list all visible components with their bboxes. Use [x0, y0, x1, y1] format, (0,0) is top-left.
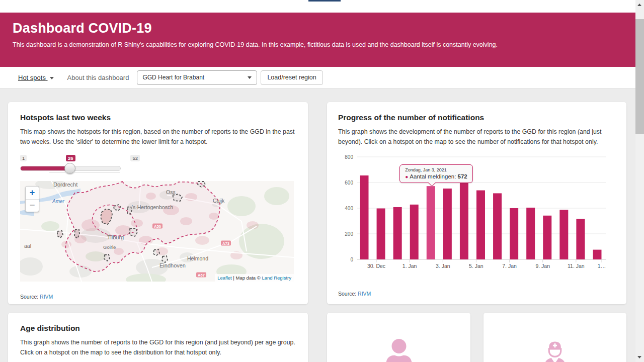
page-subtitle: This dashboard is a demonstration of R S… [13, 41, 623, 48]
svg-text:Helmond: Helmond [187, 255, 208, 261]
top-progress-bar [308, 0, 341, 2]
scroll-down-icon[interactable] [637, 356, 641, 358]
svg-text:30. Dec: 30. Dec [367, 263, 385, 269]
map-source: Source: RIVM [20, 294, 296, 300]
tooltip-value-row: ●Aantal meldingen: 572 [405, 173, 467, 179]
svg-text:A50: A50 [154, 224, 161, 229]
nurse-icon [540, 339, 570, 362]
land-registry-link[interactable]: Land Registry [262, 275, 291, 281]
chart-source: Source: RIVM [338, 291, 615, 297]
select-caret-icon [248, 76, 252, 79]
svg-text:aal: aal [24, 243, 31, 249]
svg-text:Oss: Oss [166, 189, 176, 195]
svg-text:9. Jan: 9. Jan [535, 263, 550, 269]
age-distribution-panel: Age distribution This graph shows the nu… [8, 313, 308, 362]
bar-chart-canvas: 020040060080030. Dec1. Jan3. Jan5. Jan7.… [338, 152, 615, 277]
leaflet-link[interactable]: Leaflet [217, 275, 232, 281]
svg-text:3. Jan: 3. Jan [436, 263, 450, 269]
svg-text:800: 800 [345, 154, 353, 160]
svg-text:11. Jan: 11. Jan [568, 263, 585, 269]
tooltip-value: 572 [458, 173, 467, 179]
vertical-scrollbar[interactable] [635, 0, 644, 362]
slider-value-badge: 26 [66, 155, 75, 161]
nav-hot-spots[interactable]: Hot spots [18, 74, 54, 81]
svg-text:Amer: Amer [52, 199, 65, 204]
zoom-out-button[interactable]: − [26, 200, 39, 212]
map-zoom-control: + − [25, 186, 39, 212]
hotspot-threshold-slider: 1 26 52 [20, 155, 121, 177]
svg-text:A67: A67 [198, 273, 205, 278]
top-strip [0, 0, 635, 13]
nav-about-dashboard[interactable]: About this dashboard [67, 74, 129, 81]
map-canvas: DordrechtOssCuijk's-HertogenboschTilburg… [20, 181, 294, 282]
rivm-link[interactable]: RIVM [358, 291, 371, 297]
map-attribution: Leaflet | Map data © Land Registry [215, 274, 294, 282]
scrollbar-thumb[interactable] [635, 19, 644, 134]
dashboard-page: Dashboard COVID-19 This dashboard is a d… [0, 0, 644, 362]
page-title: Dashboard COVID-19 [13, 21, 623, 36]
notifications-chart[interactable]: 020040060080030. Dec1. Jan3. Jan5. Jan7.… [338, 152, 615, 279]
svg-text:5. Jan: 5. Jan [469, 263, 484, 269]
progress-title: Progress of the number of notifications [338, 113, 615, 122]
zoom-in-button[interactable]: + [26, 187, 39, 200]
slider-underline [49, 172, 120, 172]
svg-text:7. Jan: 7. Jan [502, 263, 517, 269]
slider-min-label: 1 [20, 155, 27, 161]
load-reset-region-button[interactable]: Load/reset region [261, 70, 323, 85]
tooltip-date: Zondag, Jan 3, 2021 [405, 167, 467, 172]
region-select[interactable]: GGD Heart for Brabant [137, 70, 257, 85]
svg-text:Eindhoven: Eindhoven [159, 262, 186, 268]
hotspots-map[interactable]: DordrechtOssCuijk's-HertogenboschTilburg… [20, 181, 294, 282]
age-description: This graph shows the number of reports t… [20, 338, 296, 357]
svg-text:A73: A73 [222, 241, 229, 246]
slider-fill [21, 166, 69, 170]
svg-text:400: 400 [345, 206, 353, 211]
svg-text:'s-Hertogenbosch: 's-Hertogenbosch [132, 204, 173, 210]
svg-text:Goirle: Goirle [103, 244, 116, 250]
svg-text:Dordrecht: Dordrecht [53, 182, 77, 188]
care-card [484, 313, 626, 362]
slider-max-label: 52 [130, 155, 140, 161]
svg-text:200: 200 [345, 231, 353, 237]
series-dot-icon: ● [405, 174, 408, 179]
chevron-down-icon [50, 77, 54, 79]
svg-text:Cuijk: Cuijk [213, 198, 225, 204]
patients-card [327, 313, 470, 362]
user-icon [384, 339, 414, 362]
hotspots-panel: Hotspots last two weeks This map shows t… [8, 102, 308, 304]
navbar: Hot spots About this dashboard GGD Heart… [0, 67, 635, 88]
page-header: Dashboard COVID-19 This dashboard is a d… [0, 13, 635, 67]
chart-tooltip: Zondag, Jan 3, 2021 ●Aantal meldingen: 5… [399, 164, 473, 183]
hotspots-title: Hotspots last two weeks [20, 113, 296, 122]
svg-text:1. Jan: 1. Jan [403, 263, 417, 269]
attribution-text: | Map data © [232, 275, 262, 281]
progress-panel: Progress of the number of notifications … [327, 102, 626, 304]
svg-text:0: 0 [350, 257, 353, 262]
region-select-value: GGD Heart for Brabant [142, 74, 204, 81]
age-title: Age distribution [20, 324, 296, 333]
svg-text:Tilburg: Tilburg [107, 234, 124, 240]
scroll-up-icon[interactable] [637, 4, 641, 6]
svg-text:600: 600 [345, 180, 353, 186]
progress-description: This graph shows the development of the … [338, 127, 615, 147]
slider-track[interactable] [20, 166, 121, 171]
rivm-link[interactable]: RIVM [40, 294, 53, 300]
hotspots-description: This map shows the hotspots for this reg… [20, 127, 296, 147]
svg-text:1…: 1… [598, 263, 606, 269]
